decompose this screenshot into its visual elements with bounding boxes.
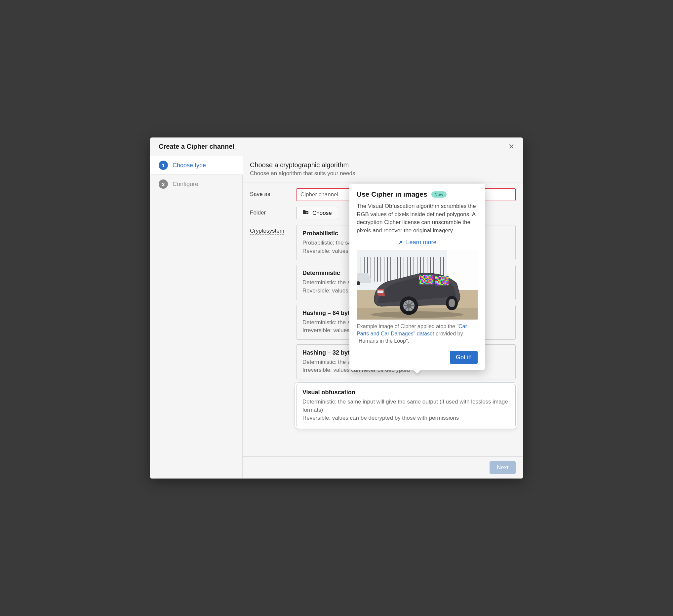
- svg-rect-82: [425, 280, 427, 282]
- svg-rect-139: [447, 279, 449, 280]
- svg-rect-162: [438, 283, 439, 284]
- svg-rect-145: [442, 280, 443, 281]
- popover-title: Use Cipher in images: [357, 190, 427, 198]
- svg-rect-100: [420, 283, 421, 284]
- svg-rect-106: [428, 283, 429, 284]
- svg-rect-77: [419, 280, 420, 282]
- svg-rect-98: [432, 282, 433, 283]
- svg-rect-175: [442, 284, 443, 285]
- svg-rect-52: [429, 276, 431, 278]
- modal-footer: Next: [243, 456, 523, 479]
- svg-rect-80: [423, 280, 424, 282]
- svg-rect-119: [447, 276, 449, 277]
- svg-rect-168: [446, 283, 447, 284]
- svg-rect-147: [445, 280, 446, 281]
- svg-rect-173: [439, 284, 441, 285]
- svg-rect-116: [443, 276, 445, 277]
- svg-rect-59: [424, 278, 425, 279]
- svg-rect-101: [421, 283, 423, 284]
- svg-rect-133: [439, 279, 441, 280]
- svg-rect-146: [443, 280, 445, 281]
- svg-rect-56: [420, 278, 421, 279]
- learn-more-link[interactable]: ↗ Learn more: [357, 239, 478, 246]
- svg-rect-176: [443, 284, 445, 285]
- cryptosystem-label: Cryptosystem: [250, 225, 284, 235]
- svg-rect-174: [441, 284, 442, 285]
- svg-rect-143: [439, 280, 441, 281]
- svg-rect-83: [427, 280, 428, 282]
- svg-rect-35: [421, 275, 423, 276]
- svg-rect-94: [427, 282, 428, 283]
- svg-rect-62: [428, 278, 429, 279]
- popover-body: The Visual Obfuscation algorithm scrambl…: [357, 202, 478, 235]
- choose-folder-button[interactable]: Choose: [296, 207, 338, 219]
- svg-rect-153: [439, 281, 441, 283]
- svg-rect-180: [378, 291, 384, 293]
- svg-rect-42: [431, 275, 432, 276]
- svg-rect-121: [437, 277, 438, 279]
- svg-rect-79: [421, 280, 423, 282]
- svg-rect-49: [425, 276, 427, 278]
- svg-rect-108: [431, 283, 432, 284]
- svg-rect-57: [421, 278, 423, 279]
- step-label: Configure: [173, 181, 198, 188]
- svg-rect-170: [435, 284, 437, 285]
- svg-rect-130: [435, 279, 437, 280]
- svg-rect-47: [423, 276, 424, 278]
- svg-rect-37: [424, 275, 425, 276]
- step-choose-type[interactable]: 1 Choose type: [150, 156, 243, 175]
- svg-rect-135: [442, 279, 443, 280]
- external-link-icon: ↗: [398, 239, 403, 246]
- svg-rect-67: [420, 279, 421, 280]
- svg-rect-138: [446, 279, 447, 280]
- folder-icon: [302, 210, 309, 217]
- option-visual-obfuscation[interactable]: Visual obfuscation Deterministic: the sa…: [296, 384, 516, 427]
- svg-rect-156: [443, 281, 445, 283]
- svg-rect-89: [420, 282, 421, 283]
- svg-rect-74: [429, 279, 431, 280]
- svg-rect-129: [447, 277, 449, 279]
- svg-rect-104: [425, 283, 427, 284]
- svg-rect-141: [437, 280, 438, 281]
- svg-rect-51: [428, 276, 429, 278]
- svg-rect-109: [432, 283, 433, 284]
- close-button[interactable]: ✕: [508, 143, 514, 150]
- next-button[interactable]: Next: [489, 461, 516, 474]
- option-desc: Deterministic: the same input will give …: [302, 398, 509, 422]
- svg-rect-97: [431, 282, 432, 283]
- svg-rect-45: [420, 276, 421, 278]
- svg-rect-85: [429, 280, 431, 282]
- svg-rect-125: [442, 277, 443, 279]
- svg-rect-177: [445, 284, 446, 285]
- svg-rect-179: [447, 284, 449, 285]
- svg-rect-60: [425, 278, 427, 279]
- svg-rect-68: [421, 279, 423, 280]
- svg-rect-134: [441, 279, 442, 280]
- svg-rect-157: [445, 281, 446, 283]
- svg-rect-102: [423, 283, 424, 284]
- svg-rect-128: [446, 277, 447, 279]
- svg-rect-178: [446, 284, 447, 285]
- svg-rect-54: [432, 276, 433, 278]
- learn-more-label: Learn more: [406, 239, 436, 246]
- svg-rect-84: [428, 280, 429, 282]
- got-it-button[interactable]: Got it!: [450, 351, 478, 364]
- popover-header: Use Cipher in images New: [357, 190, 478, 198]
- svg-rect-120: [435, 277, 437, 279]
- svg-rect-152: [438, 281, 439, 283]
- svg-rect-150: [435, 281, 437, 283]
- main-header: Choose a cryptographic algorithm Choose …: [243, 156, 523, 183]
- svg-rect-165: [442, 283, 443, 284]
- svg-rect-137: [445, 279, 446, 280]
- step-configure[interactable]: 2 Configure: [150, 175, 242, 193]
- svg-rect-159: [447, 281, 449, 283]
- svg-rect-53: [431, 276, 432, 278]
- svg-rect-43: [432, 275, 433, 276]
- save-as-label: Save as: [250, 188, 290, 198]
- option-title: Visual obfuscation: [302, 389, 509, 396]
- svg-rect-110: [435, 276, 437, 277]
- svg-rect-95: [428, 282, 429, 283]
- svg-rect-81: [424, 280, 425, 282]
- svg-rect-149: [447, 280, 449, 281]
- svg-rect-66: [419, 279, 420, 280]
